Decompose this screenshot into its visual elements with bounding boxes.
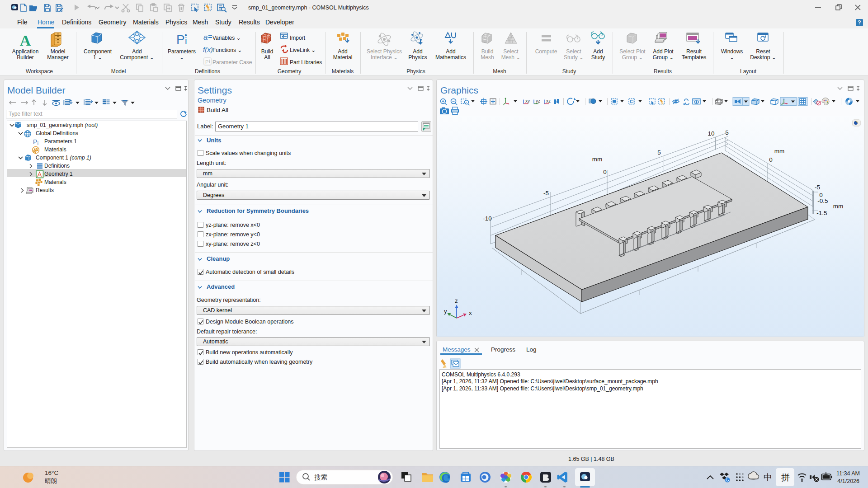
svg-text:f(x): f(x) [203,46,213,53]
svg-text:P: P [205,59,208,65]
svg-text:-5: -5 [543,190,549,197]
svg-text:16°C: 16°C [45,469,58,476]
svg-text:a: a [203,33,208,42]
svg-text:11:34 AM: 11:34 AM [836,470,860,477]
svg-text:y: y [444,308,447,314]
svg-text:10: 10 [708,130,714,137]
svg-text:mm: mm [774,148,785,155]
svg-text:¡: ¡ [37,140,39,145]
svg-text:P: P [176,33,185,47]
svg-text:z: z [455,297,458,304]
svg-text:xz: xz [546,99,551,103]
svg-text:P: P [33,138,37,145]
svg-text:搜索: 搜索 [314,474,327,481]
svg-text:4/1/2026: 4/1/2026 [837,478,859,484]
svg-text:-1.5: -1.5 [816,210,827,216]
svg-text:xy: xy [525,99,530,103]
svg-text:yz: yz [536,99,540,103]
svg-text:5: 5 [657,149,661,156]
svg-text:mm: mm [833,203,844,210]
svg-text:-0.5: -0.5 [817,197,828,204]
svg-text:i: i [185,35,187,46]
svg-text:-5: -5 [815,184,820,191]
svg-text:5: 5 [725,129,729,136]
svg-text:x: x [469,310,472,316]
svg-text:拼: 拼 [781,473,790,482]
svg-text:0: 0 [769,156,773,163]
svg-text:0: 0 [603,169,607,175]
svg-text:mm: mm [592,156,603,163]
svg-text:-10: -10 [483,215,492,222]
svg-text:A: A [20,32,31,49]
svg-text:中: 中 [764,473,772,482]
svg-text:晴朗: 晴朗 [45,478,57,484]
